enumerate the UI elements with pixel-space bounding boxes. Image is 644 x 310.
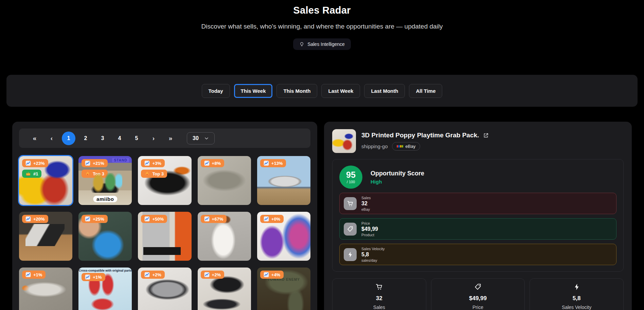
time-filter-bar: Today This Week This Month Last Week Las… xyxy=(6,75,638,107)
marketplace-label: eBay xyxy=(406,144,416,149)
stat-row-sales: Sales 32 eBay xyxy=(339,193,616,214)
filter-all-time[interactable]: All Time xyxy=(409,84,442,98)
page-size-select[interactable]: 30 xyxy=(187,132,215,144)
product-card-black-smg[interactable]: +3% Top 3 xyxy=(138,156,191,205)
product-card-tan-ar-pistol[interactable]: +8% xyxy=(198,156,251,205)
page-button-2[interactable]: 2 xyxy=(79,132,92,145)
summary-card-velocity: 5,8 Sales Velocity xyxy=(530,278,624,310)
chart-up-icon xyxy=(144,272,150,277)
detail-title: 3D Printed Poppy Playtime Grab Pack. xyxy=(361,132,479,139)
sales-intelligence-badge: Sales Intelligence xyxy=(293,38,351,50)
summary-card-sales: 32 Sales +23% xyxy=(332,278,426,310)
filter-this-week[interactable]: This Week xyxy=(234,84,273,98)
chart-up-icon xyxy=(144,216,150,222)
score-level: High xyxy=(371,179,424,185)
filter-last-month[interactable]: Last Month xyxy=(364,84,405,98)
trend-badge: +13% xyxy=(260,159,286,167)
stat-value: 32 xyxy=(361,201,371,207)
top3-badge: Top 3 xyxy=(82,170,108,178)
product-card-blue-articulated-snake[interactable]: +25% xyxy=(78,212,132,261)
cart-icon xyxy=(375,283,383,291)
tag-icon xyxy=(344,223,357,236)
filter-today[interactable]: Today xyxy=(202,84,230,98)
page-button-1[interactable]: 1 xyxy=(62,132,75,145)
product-card-claymore[interactable]: TOWARD ENEMY +4% xyxy=(257,268,310,310)
chart-up-icon xyxy=(264,272,269,277)
next-page-button[interactable]: › xyxy=(147,132,160,145)
card-value: 5,8 xyxy=(530,295,623,302)
chart-up-icon xyxy=(264,216,269,222)
trend-badge: +4% xyxy=(260,271,284,279)
chart-up-icon xyxy=(25,272,31,277)
trend-badge: +3% xyxy=(141,159,164,167)
opportunity-score-box: 95 / 100 Opportunity Score High Sales 32… xyxy=(332,159,624,272)
stat-sub: eBay xyxy=(361,207,371,211)
product-card-silver-pistol-desk[interactable]: +20% xyxy=(19,212,72,261)
chevron-down-icon xyxy=(204,136,209,141)
trend-badge: +23% xyxy=(22,159,48,167)
cart-icon xyxy=(344,197,357,210)
crown-icon xyxy=(25,171,31,176)
product-card-rooster-figure[interactable]: +67% xyxy=(198,212,251,261)
page-button-5[interactable]: 5 xyxy=(130,132,143,145)
first-page-button[interactable]: « xyxy=(28,132,41,145)
summary-card-price: $49,99 Price xyxy=(431,278,525,310)
stat-sub: Product xyxy=(361,233,378,237)
bolt-icon xyxy=(344,248,357,261)
trend-badge: +0% xyxy=(260,215,284,223)
chart-up-icon xyxy=(85,160,90,166)
marketplace-badge: eBay xyxy=(392,142,421,151)
trend-badge: +2% xyxy=(141,271,164,279)
photo-text: STAND xyxy=(112,158,129,162)
product-card-grey-pistol[interactable]: +2% xyxy=(138,268,191,310)
sales-intelligence-label: Sales Intelligence xyxy=(307,41,345,47)
filter-this-month[interactable]: This Month xyxy=(276,84,317,98)
product-card-black-glock-mag[interactable]: +2% xyxy=(198,268,251,310)
product-card-red-printed-parts[interactable]: Cross-compatible with original parts +1% xyxy=(78,268,132,310)
chart-up-icon xyxy=(25,160,31,166)
page-size-value: 30 xyxy=(193,135,199,141)
trend-badge: +20% xyxy=(22,215,48,223)
card-label: Sales Velocity xyxy=(530,305,623,310)
product-detail-panel: 3D Printed Poppy Playtime Grab Pack. shi… xyxy=(324,122,632,310)
chart-up-icon xyxy=(25,216,31,222)
card-value: 32 xyxy=(333,295,426,302)
trend-badge: +50% xyxy=(141,215,167,223)
flame-icon xyxy=(85,171,90,176)
prev-page-button[interactable]: ‹ xyxy=(45,132,58,145)
product-grid-panel: « ‹ 1 2 3 4 5 › » 30 +23% #1 STAND xyxy=(12,122,317,310)
page-button-3[interactable]: 3 xyxy=(96,132,109,145)
seller-name: shipping-go xyxy=(361,143,388,149)
chart-up-icon xyxy=(264,160,269,166)
card-value: $49,99 xyxy=(431,295,525,302)
stat-sub: sales/day xyxy=(361,258,384,262)
page-title: Sales Radar xyxy=(0,5,644,16)
trend-badge: +1% xyxy=(22,271,46,279)
top3-badge: Top 3 xyxy=(141,170,167,178)
page-button-4[interactable]: 4 xyxy=(113,132,126,145)
flame-icon xyxy=(144,171,150,176)
last-page-button[interactable]: » xyxy=(164,132,177,145)
chart-up-icon xyxy=(144,160,150,166)
product-card-silver-target-pistol[interactable]: +1% xyxy=(19,268,72,310)
product-card-poppy-grab-pack[interactable]: +23% #1 xyxy=(19,156,72,205)
score-value: 95 xyxy=(346,171,356,179)
bolt-icon xyxy=(573,283,580,291)
tag-icon xyxy=(474,283,482,291)
trend-badge: +25% xyxy=(82,215,108,223)
product-card-ufo-saucer[interactable]: +13% xyxy=(257,156,310,205)
trend-badge: +67% xyxy=(201,215,227,223)
stat-value: 5,8 xyxy=(361,252,384,258)
product-card-amiibo-figures[interactable]: STAND +21% Top 3 amiibo xyxy=(78,156,132,205)
pagination-bar: « ‹ 1 2 3 4 5 › » 30 xyxy=(19,128,310,148)
score-denominator: / 100 xyxy=(347,180,355,184)
product-grid: +23% #1 STAND +21% Top 3 amiibo +3% Top … xyxy=(19,156,310,310)
stat-label: Sales Velocity xyxy=(361,247,384,251)
product-card-cyberpunk-pistol[interactable]: +50% xyxy=(138,212,191,261)
photo-text: amiibo xyxy=(93,196,117,202)
photo-text: Cross-compatible with original parts xyxy=(78,269,132,272)
external-link-icon[interactable] xyxy=(483,133,489,138)
product-card-dragon-egg-set[interactable]: +0% xyxy=(257,212,310,261)
filter-last-week[interactable]: Last Week xyxy=(321,84,360,98)
lightbulb-icon xyxy=(299,42,304,47)
